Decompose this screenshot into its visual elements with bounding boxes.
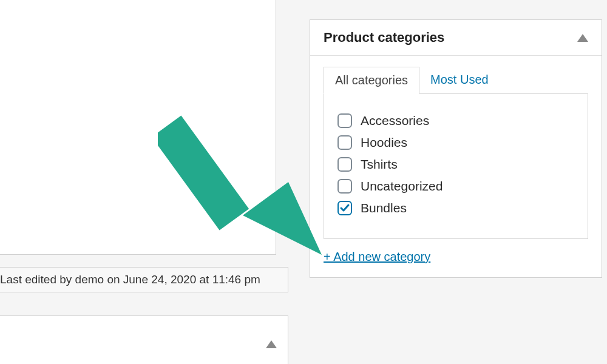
checkbox-hoodies[interactable] bbox=[337, 135, 352, 150]
product-categories-metabox: Product categories All categories Most U… bbox=[310, 19, 602, 278]
list-item: Uncategorized bbox=[337, 179, 574, 194]
add-new-category-link[interactable]: + Add new category bbox=[324, 250, 588, 264]
list-item: Hoodies bbox=[337, 135, 574, 150]
check-icon bbox=[339, 202, 351, 214]
caret-up-icon bbox=[577, 34, 588, 42]
metabox-title: Product categories bbox=[324, 30, 444, 46]
checkbox-bundles[interactable] bbox=[337, 201, 352, 215]
status-text: Last edited by demo on June 24, 2020 at … bbox=[0, 273, 260, 286]
category-label: Bundles bbox=[361, 201, 407, 215]
collapsed-metabox[interactable] bbox=[0, 315, 288, 364]
category-label: Tshirts bbox=[361, 157, 398, 172]
metabox-body: All categories Most Used Accessories Hoo… bbox=[310, 56, 602, 277]
checkbox-tshirts[interactable] bbox=[337, 157, 352, 172]
list-item: Tshirts bbox=[337, 157, 574, 172]
list-item: Accessories bbox=[337, 113, 574, 128]
category-tabs: All categories Most Used bbox=[324, 67, 588, 93]
metabox-header[interactable]: Product categories bbox=[310, 20, 602, 56]
category-label: Hoodies bbox=[361, 135, 407, 150]
checkbox-uncategorized[interactable] bbox=[337, 179, 352, 194]
caret-up-icon bbox=[266, 340, 277, 348]
editor-content-area[interactable] bbox=[0, 0, 276, 255]
tab-all-categories[interactable]: All categories bbox=[324, 67, 419, 94]
tab-most-used[interactable]: Most Used bbox=[419, 67, 500, 93]
last-edited-status: Last edited by demo on June 24, 2020 at … bbox=[0, 267, 288, 292]
category-list: Accessories Hoodies Tshirts Uncategorize… bbox=[324, 93, 588, 239]
list-item: Bundles bbox=[337, 201, 574, 215]
category-label: Accessories bbox=[361, 113, 429, 128]
checkbox-accessories[interactable] bbox=[337, 113, 352, 128]
category-label: Uncategorized bbox=[361, 179, 443, 194]
